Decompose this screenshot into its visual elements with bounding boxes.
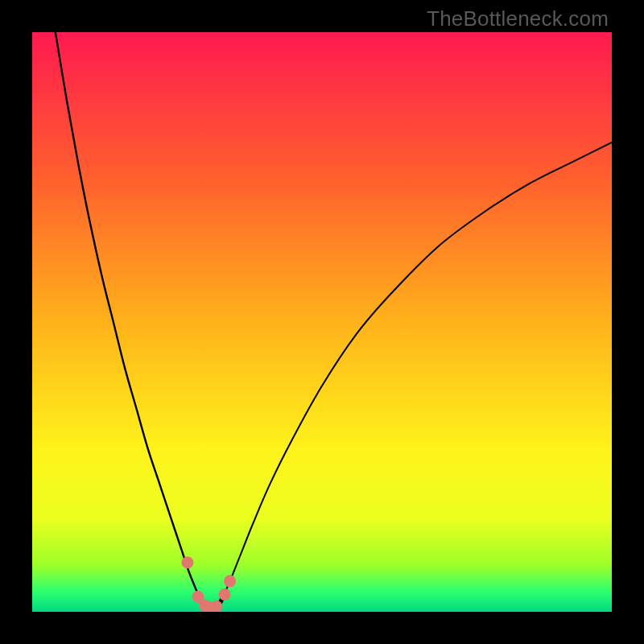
bottleneck-chart	[32, 32, 612, 612]
valley-marker	[224, 575, 236, 587]
chart-frame: TheBottleneck.com	[0, 0, 644, 644]
watermark-text: TheBottleneck.com	[427, 6, 609, 31]
valley-marker	[219, 588, 231, 601]
valley-marker	[181, 556, 193, 568]
heat-background	[32, 32, 612, 612]
